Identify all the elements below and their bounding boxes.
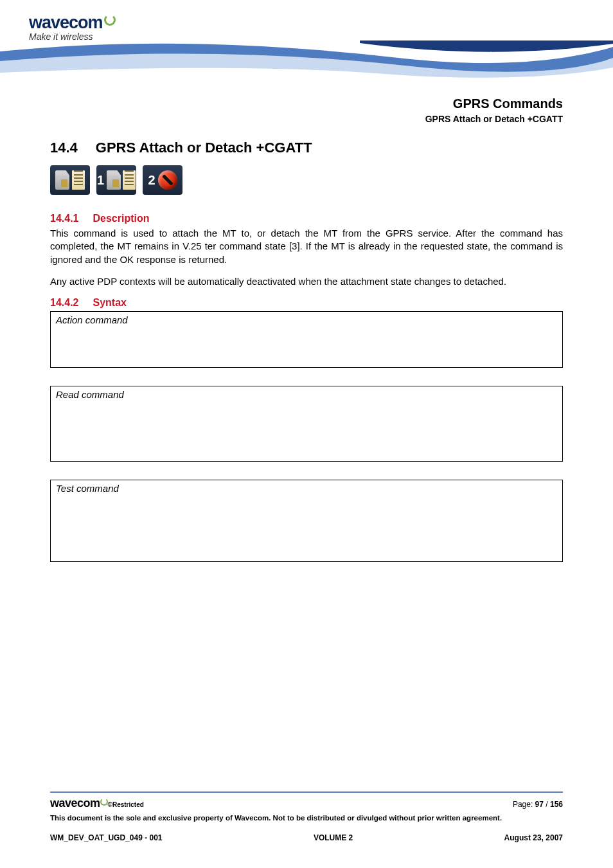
sim-doc-icon bbox=[50, 165, 90, 195]
badge-1: 1 bbox=[97, 173, 104, 188]
compatibility-icons: 1 2 bbox=[50, 165, 563, 195]
footer-doc-id: WM_DEV_OAT_UGD_049 - 001 bbox=[50, 833, 163, 842]
section-number: 14.4 bbox=[50, 140, 78, 156]
subsection-title: Syntax bbox=[93, 297, 126, 308]
footer-rule bbox=[50, 791, 563, 793]
header-banner: wavecom Make it wireless bbox=[0, 0, 613, 77]
read-command-label: Read command bbox=[56, 389, 124, 400]
description-paragraph-1: This command is used to attach the MT to… bbox=[50, 227, 563, 266]
prohibited-icon bbox=[158, 170, 177, 190]
subsection-number: 14.4.1 bbox=[50, 213, 78, 224]
badge-2: 2 bbox=[148, 173, 155, 188]
sim-icon bbox=[55, 170, 69, 190]
test-command-label: Test command bbox=[56, 483, 119, 494]
stop-2-icon: 2 bbox=[143, 165, 182, 195]
test-command-box: Test command bbox=[50, 480, 563, 562]
section-title: GPRS Attach or Detach +CGATT bbox=[96, 140, 312, 156]
section-heading: 14.4GPRS Attach or Detach +CGATT bbox=[50, 140, 563, 156]
page-footer: wavecom©Restricted Page: 97 / 156 This d… bbox=[50, 791, 563, 842]
footer-restricted: ©Restricted bbox=[108, 801, 144, 808]
footer-disclaimer: This document is the sole and exclusive … bbox=[50, 814, 563, 822]
footer-volume: VOLUME 2 bbox=[314, 833, 353, 842]
page-title: GPRS Commands bbox=[50, 96, 563, 111]
sim-doc-1-icon: 1 bbox=[96, 165, 136, 195]
swirl-icon bbox=[104, 14, 116, 26]
subsection-title: Description bbox=[93, 213, 149, 224]
read-command-box: Read command bbox=[50, 386, 563, 462]
footer-page: Page: 97 / 156 bbox=[513, 800, 563, 809]
description-paragraph-2: Any active PDP contexts will be automati… bbox=[50, 275, 563, 288]
subsection-number: 14.4.2 bbox=[50, 297, 78, 309]
action-command-label: Action command bbox=[56, 314, 128, 325]
page-header: GPRS Commands GPRS Attach or Detach +CGA… bbox=[50, 96, 563, 124]
doc-icon bbox=[72, 170, 85, 190]
sim-icon bbox=[107, 170, 121, 190]
syntax-heading: 14.4.2Syntax bbox=[50, 297, 563, 309]
brand-name: wavecom bbox=[29, 13, 103, 32]
page-subtitle: GPRS Attach or Detach +CGATT bbox=[50, 114, 563, 124]
banner-swoosh bbox=[0, 35, 613, 80]
description-heading: 14.4.1Description bbox=[50, 213, 563, 224]
footer-date: August 23, 2007 bbox=[504, 833, 563, 842]
swirl-icon bbox=[100, 798, 108, 806]
footer-brand: wavecom bbox=[50, 797, 108, 809]
doc-icon bbox=[123, 170, 136, 190]
action-command-box: Action command bbox=[50, 311, 563, 368]
